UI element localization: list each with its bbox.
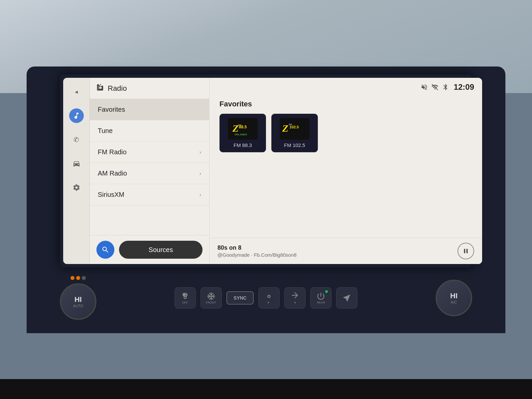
right-temp-value: HI — [450, 292, 458, 300]
pause-button[interactable] — [458, 243, 474, 259]
now-playing-info: 80s on 8 @Goodymade · Fb.Com/Big80son8 — [217, 244, 297, 258]
right-temp-label: A/C — [450, 300, 458, 304]
now-playing-subtitle: @Goodymade · Fb.Com/Big80son8 — [217, 252, 297, 258]
left-temp-knob[interactable]: HI AUTO — [60, 283, 96, 320]
station-card-fm883[interactable]: Z 88.5 FM ORLANDO FM 88.3 — [219, 114, 266, 152]
status-icons — [421, 83, 449, 91]
menu-bottom: Sources — [90, 235, 209, 264]
menu-item-favorites[interactable]: Favorites — [90, 99, 209, 120]
front-defrost-label: FRONT — [206, 301, 216, 304]
station-name-fm1025: FM 102.5 — [284, 142, 305, 148]
nav-icon-car[interactable] — [69, 156, 84, 171]
svg-text:Z: Z — [232, 122, 238, 134]
indicator-dot-3 — [82, 276, 86, 280]
sources-button[interactable]: Sources — [119, 241, 202, 259]
svg-text:FM: FM — [289, 123, 292, 125]
signal-icon — [431, 83, 439, 91]
nav-icon-phone[interactable]: ✆ — [69, 132, 84, 147]
sound-icon — [421, 83, 428, 91]
physical-controls: HI AUTO OFF FRONT SYN — [60, 273, 472, 323]
power-button[interactable]: REAR — [310, 287, 332, 309]
menu-items-list: Favorites Tune FM Radio › AM Radio — [90, 99, 209, 235]
am-radio-chevron: › — [200, 171, 201, 177]
menu-item-tune[interactable]: Tune — [90, 120, 209, 142]
bottom-bar — [0, 379, 532, 399]
fan-off-label: OFF — [182, 301, 188, 304]
svg-text:102.5: 102.5 — [289, 125, 299, 129]
favorites-cards: Z 88.5 FM ORLANDO FM 88.3 — [219, 114, 472, 152]
left-menu: Radio Favorites Tune FM Radio › — [90, 78, 209, 264]
right-climate-area: HI A/C — [436, 280, 472, 316]
nav-icon-music[interactable] — [69, 108, 84, 123]
menu-item-fm-radio[interactable]: FM Radio › — [90, 142, 209, 163]
fm1025-logo-svg: Z 102.5 FM — [281, 119, 309, 139]
favorites-area: Favorites Z 88.5 FM — [209, 96, 482, 238]
now-playing-bar: 80s on 8 @Goodymade · Fb.Com/Big80son8 — [209, 238, 482, 264]
siriusxm-chevron: › — [200, 192, 201, 198]
fan-off-button[interactable]: OFF — [175, 287, 196, 309]
left-temp-value: HI — [73, 295, 83, 304]
station-name-fm883: FM 88.3 — [233, 142, 252, 148]
nav-icon-settings[interactable] — [69, 180, 84, 195]
station-card-fm1025[interactable]: Z 102.5 FM FM 102.5 — [271, 114, 318, 152]
left-climate-area: HI AUTO — [60, 276, 96, 320]
infotainment-screen: ◂ ✆ — [63, 78, 482, 264]
sync-label: SYNC — [234, 295, 247, 301]
center-buttons: OFF FRONT SYNC — [175, 287, 358, 309]
station-logo-fm883: Z 88.5 FM ORLANDO — [228, 118, 258, 140]
right-temp-knob[interactable]: HI A/C — [436, 280, 472, 316]
menu-item-siriusxm[interactable]: SiriusXM › — [90, 184, 209, 205]
radio-icon — [96, 84, 104, 93]
menu-item-am-radio[interactable]: AM Radio › — [90, 163, 209, 184]
front-defrost-button[interactable]: FRONT — [200, 287, 222, 309]
menu-header: Radio — [90, 78, 209, 99]
seat-heat-button[interactable] — [336, 287, 357, 309]
favorites-title: Favorites — [219, 100, 472, 108]
rear-indicator — [325, 290, 328, 293]
menu-header-title: Radio — [108, 84, 127, 93]
search-button[interactable] — [96, 241, 114, 259]
bluetooth-icon — [442, 83, 449, 91]
station-logo-fm1025: Z 102.5 FM — [280, 118, 310, 140]
time-display: 12:09 — [454, 82, 474, 92]
airflow-button[interactable] — [284, 287, 306, 309]
svg-text:ORLANDO: ORLANDO — [234, 133, 247, 136]
right-content: 12:09 Favorites — [209, 78, 482, 264]
indicator-dot-1 — [70, 276, 74, 280]
status-bar: 12:09 — [209, 78, 482, 96]
rear-label: REAR — [317, 301, 325, 304]
indicator-dot-2 — [76, 276, 80, 280]
svg-text:FM: FM — [238, 124, 241, 126]
fm883-logo-svg: Z 88.5 FM ORLANDO — [229, 119, 257, 139]
fm-radio-chevron: › — [200, 149, 201, 155]
icon-sidebar: ◂ ✆ — [63, 78, 90, 264]
svg-text:Z: Z — [282, 122, 288, 134]
nav-icon-navigation[interactable]: ◂ — [69, 84, 84, 99]
now-playing-title: 80s on 8 — [217, 244, 297, 251]
sync-button[interactable]: SYNC — [226, 291, 254, 305]
left-temp-label: AUTO — [73, 304, 83, 308]
fan-speed-button[interactable] — [258, 287, 280, 309]
